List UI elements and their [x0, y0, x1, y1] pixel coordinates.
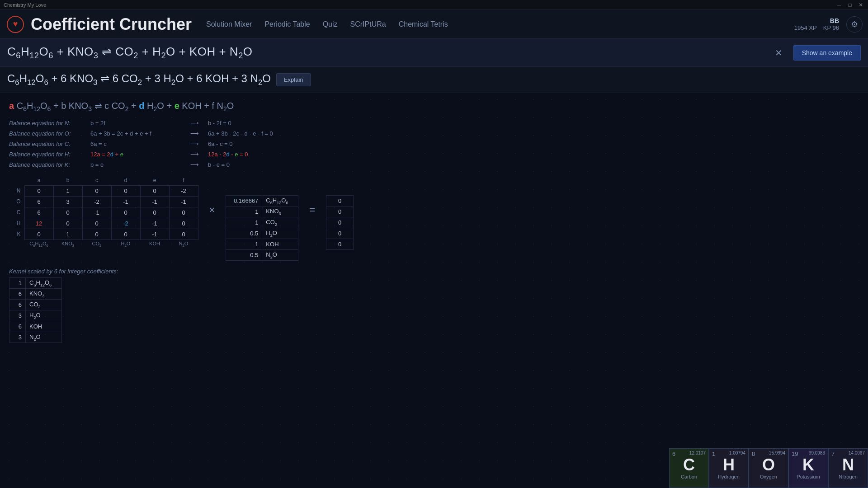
- variables-section: a C6H12O6 + b KNO3 ⇌ c CO2 + d H2O + e K…: [0, 93, 868, 114]
- logo: ♥: [5, 14, 25, 34]
- kernel-scaled-label: Kernel scaled by 6 for integer coefficie…: [9, 268, 859, 275]
- var-f: f: [212, 101, 214, 111]
- window-controls: ─ □ ✕: [835, 1, 864, 9]
- matrix-row-c: C 6 0 -1 0 0 0: [9, 207, 198, 218]
- balanced-equation-row: C6H12O6 + 6 KNO3 ⇌ 6 CO2 + 3 H2O + 6 KOH…: [0, 67, 868, 93]
- element-nitrogen: 7 14.0067 N Nitrogen: [828, 448, 868, 488]
- element-tiles: 6 12.0107 C Carbon 1 1.00794 H Hydrogen …: [669, 448, 868, 488]
- balance-row-k: Balance equation for K: b = e ⟶ b - e = …: [9, 160, 859, 170]
- matrix-section: a b c d e f N 0 1 0 0 0 -2: [0, 174, 868, 264]
- kernel-row-5: 0.5 N2O: [226, 249, 298, 260]
- ks-row-0: 1 C6H12O6: [9, 277, 62, 288]
- matrix-row-k: K 0 1 0 0 -1 0: [9, 229, 198, 239]
- logo-heart: ♥: [7, 16, 24, 33]
- explain-button[interactable]: Explain: [276, 73, 311, 86]
- equals-symbol: =: [306, 204, 319, 216]
- balance-equations: Balance equation for N: b = 2f ⟶ b - 2f …: [0, 114, 868, 174]
- var-e: e: [175, 101, 179, 111]
- user-info: BB 1954 XP KP 96: [794, 17, 839, 31]
- main-matrix: N 0 1 0 0 0 -2 O 6 3 -2 -1 -1: [9, 185, 198, 240]
- window-title: Chemistry My Love: [4, 2, 46, 8]
- title-bar: Chemistry My Love ─ □ ✕: [0, 0, 868, 10]
- result-row-1: 0: [326, 206, 354, 217]
- main-matrix-wrapper: a b c d e f N 0 1 0 0 0 -2: [9, 177, 198, 248]
- element-potassium: 19 39.0983 K Potassium: [788, 448, 828, 488]
- show-example-button[interactable]: Show an example: [793, 45, 861, 61]
- matrix-row-n: N 0 1 0 0 0 -2: [9, 185, 198, 196]
- var-a: a: [9, 101, 14, 111]
- kernel-row-1: 1 KNO3: [226, 206, 298, 217]
- top-nav: ♥ Coefficient Cruncher Solution Mixer Pe…: [0, 10, 868, 39]
- nav-quiz[interactable]: Quiz: [323, 20, 338, 28]
- ks-row-3: 3 H2O: [9, 310, 62, 321]
- variables-line: a C6H12O6 + b KNO3 ⇌ c CO2 + d H2O + e K…: [9, 100, 859, 113]
- balance-row-h: Balance equation for H: 12a = 2d + e ⟶ 1…: [9, 149, 859, 160]
- matrix-row-h: H 12 0 0 -2 -1 0: [9, 218, 198, 229]
- times-symbol: ×: [206, 204, 219, 216]
- settings-button[interactable]: ⚙: [846, 16, 863, 33]
- balance-row-n: Balance equation for N: b = 2f ⟶ b - 2f …: [9, 118, 859, 128]
- ks-row-2: 6 CO2: [9, 299, 62, 310]
- ks-row-4: 6 KOH: [9, 321, 62, 332]
- result-matrix: 0 0 0 0 0: [326, 195, 354, 250]
- element-hydrogen: 1 1.00794 H Hydrogen: [709, 448, 749, 488]
- result-row-2: 0: [326, 217, 354, 228]
- xp-display: 1954 XP KP 96: [794, 24, 839, 31]
- balance-row-c: Balance equation for C: 6a = c ⟶ 6a - c …: [9, 139, 859, 149]
- kernel-row-3: 0.5 H2O: [226, 228, 298, 239]
- balanced-equation: C6H12O6 + 6 KNO3 ⇌ 6 CO2 + 3 H2O + 6 KOH…: [7, 72, 271, 87]
- ks-row-5: 3 N2O: [9, 332, 62, 343]
- compound-column-labels: C6H12O6 KNO3 CO2 H2O KOH N2O: [24, 241, 198, 248]
- kernel-scaled-section: Kernel scaled by 6 for integer coefficie…: [0, 264, 868, 347]
- kernel-row-4: 1 KOH: [226, 239, 298, 249]
- nav-scriptura[interactable]: SCrIPtURa: [350, 20, 386, 28]
- close-window-button[interactable]: ✕: [857, 1, 864, 9]
- kernel-matrix: 0.166667 C6H12O6 1 KNO3 1 CO2 0.5 H2O: [226, 195, 298, 261]
- equation-bar: C6H12O6 + KNO3 ⇌ CO2 + H2O + KOH + N2O ✕…: [0, 39, 868, 67]
- maximize-button[interactable]: □: [846, 1, 854, 9]
- result-row-0: 0: [326, 195, 354, 206]
- result-row-4: 0: [326, 239, 354, 249]
- username: BB: [830, 17, 839, 24]
- element-oxygen: 8 15.9994 O Oxygen: [749, 448, 788, 488]
- app-title: Coefficient Cruncher: [31, 15, 192, 34]
- var-d: d: [139, 101, 144, 111]
- kernel-row-0: 0.166667 C6H12O6: [226, 195, 298, 206]
- close-equation-button[interactable]: ✕: [772, 46, 786, 60]
- kernel-vector-wrapper: 0.166667 C6H12O6 1 KNO3 1 CO2 0.5 H2O: [226, 186, 298, 261]
- nav-solution-mixer[interactable]: Solution Mixer: [206, 20, 252, 28]
- ks-row-1: 6 KNO3: [9, 288, 62, 299]
- equation-display: C6H12O6 + KNO3 ⇌ CO2 + H2O + KOH + N2O: [7, 45, 772, 61]
- main-content: C6H12O6 + KNO3 ⇌ CO2 + H2O + KOH + N2O ✕…: [0, 39, 868, 347]
- kernel-scaled-table: 1 C6H12O6 6 KNO3 6 CO2 3 H2O 6 KOH: [9, 277, 62, 343]
- matrix-column-headers: a b c d e f: [24, 177, 198, 185]
- kernel-row-2: 1 CO2: [226, 217, 298, 228]
- var-b: b: [61, 101, 66, 111]
- nav-links: Solution Mixer Periodic Table Quiz SCrIP…: [206, 20, 794, 28]
- minimize-button[interactable]: ─: [835, 1, 843, 9]
- nav-periodic-table[interactable]: Periodic Table: [264, 20, 310, 28]
- result-row-3: 0: [326, 228, 354, 239]
- matrix-row-o: O 6 3 -2 -1 -1 -1: [9, 196, 198, 207]
- result-vector-wrapper: 0 0 0 0 0: [326, 186, 354, 250]
- element-carbon: 6 12.0107 C Carbon: [669, 448, 709, 488]
- balance-row-o: Balance equation for O: 6a + 3b = 2c + d…: [9, 128, 859, 139]
- nav-chemical-tetris[interactable]: Chemical Tetris: [399, 20, 448, 28]
- var-c: c: [104, 101, 109, 111]
